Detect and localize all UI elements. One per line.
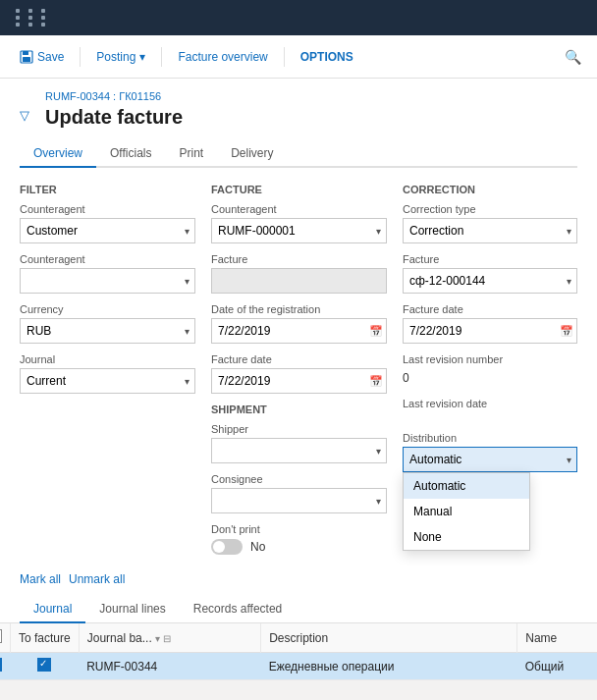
consignee-select[interactable]: [211, 488, 387, 513]
options-button[interactable]: OPTIONS: [293, 46, 361, 68]
filter-journal-label: Journal: [20, 353, 195, 365]
table-header-row: To facture Journal ba... ▾ ⊟ Description…: [0, 623, 597, 653]
facture-date-wrapper: [211, 368, 387, 394]
filter-counteragent2-select[interactable]: [20, 268, 195, 294]
tab-overview[interactable]: Overview: [20, 140, 96, 168]
unmark-all-link[interactable]: Unmark all: [69, 572, 125, 586]
correction-facture-select[interactable]: сф-12-000144: [403, 268, 577, 294]
facture-date-reg-field: Date of the registration: [211, 303, 387, 344]
select-all-checkbox[interactable]: [0, 629, 2, 643]
save-icon: [20, 50, 33, 64]
dont-print-toggle-row: No: [211, 539, 387, 555]
facture-date-input[interactable]: [211, 368, 387, 394]
correction-type-field: Correction type Correction Other: [403, 203, 577, 243]
dont-print-label: Don't print: [211, 523, 387, 535]
tab-print[interactable]: Print: [165, 140, 217, 168]
filter-counteragent-field: Counteragent Customer Supplier: [20, 203, 195, 243]
facture-label: Facture: [211, 253, 387, 265]
correction-facture-date-label: Facture date: [403, 303, 577, 315]
top-bar: [0, 0, 597, 35]
filter-counteragent2-label: Counteragent: [20, 253, 195, 265]
facture-date-field: Facture date: [211, 353, 387, 394]
correction-facture-select-wrapper[interactable]: сф-12-000144: [403, 268, 577, 294]
correction-type-label: Correction type: [403, 203, 577, 215]
distribution-dropdown[interactable]: Automatic Manual None: [403, 472, 530, 551]
distribution-option-none[interactable]: None: [404, 524, 529, 550]
last-rev-date-field: Last revision date: [403, 398, 577, 422]
correction-facture-field: Facture сф-12-000144: [403, 253, 577, 294]
search-button[interactable]: 🔍: [561, 45, 585, 69]
last-rev-num-value: 0: [403, 368, 577, 388]
facture-counteragent-select-wrapper[interactable]: RUMF-000001: [211, 218, 387, 243]
table-row[interactable]: RUMF-00344 Ежедневные операции Общий: [0, 653, 597, 680]
correction-facture-date-wrapper: [403, 318, 577, 344]
page-content: ▽ RUMF-00344 : ГК01156 Update facture Ov…: [0, 79, 597, 623]
distribution-label: Distribution: [403, 432, 577, 444]
correction-facture-date-input[interactable]: [403, 318, 577, 344]
consignee-label: Consignee: [211, 473, 387, 485]
consignee-field: Consignee: [211, 473, 387, 513]
filter-journal-select-wrapper[interactable]: Current Previous: [20, 368, 195, 394]
bottom-tab-journal-lines[interactable]: Journal lines: [85, 596, 179, 623]
correction-facture-date-field: Facture date: [403, 303, 577, 344]
filter-journal-select[interactable]: Current Previous: [20, 368, 195, 394]
facture-counteragent-select[interactable]: RUMF-000001: [211, 218, 387, 243]
correction-type-select[interactable]: Correction Other: [403, 218, 577, 243]
shipper-select[interactable]: [211, 438, 387, 463]
tab-officials[interactable]: Officials: [96, 140, 165, 168]
posting-button[interactable]: Posting ▾: [88, 46, 153, 68]
distribution-option-manual[interactable]: Manual: [404, 499, 529, 524]
filter-counteragent2-select-wrapper[interactable]: [20, 268, 195, 294]
mark-all-link[interactable]: Mark all: [20, 572, 61, 586]
shipper-select-wrapper[interactable]: [211, 438, 387, 463]
filter-currency-field: Currency RUB USD EUR: [20, 303, 195, 344]
filter-counteragent2-field: Counteragent: [20, 253, 195, 294]
hamburger-button[interactable]: [8, 5, 69, 30]
filter-journal-ba-icon[interactable]: ▾ ⊟: [155, 633, 171, 644]
table-cell-check1: [0, 653, 11, 680]
shipper-field: Shipper: [211, 423, 387, 463]
bottom-tabs: Journal Journal lines Records affected: [0, 596, 597, 623]
facture-input[interactable]: [211, 268, 387, 294]
correction-section-label: CORRECTION: [403, 184, 577, 195]
bottom-tab-records-affected[interactable]: Records affected: [180, 596, 297, 623]
dont-print-field: Don't print No: [211, 523, 387, 555]
dont-print-toggle[interactable]: [211, 539, 243, 555]
save-button[interactable]: Save: [12, 46, 72, 68]
table-header-to-facture: To facture: [11, 623, 80, 653]
dont-print-value: No: [250, 540, 265, 554]
facture-field: Facture: [211, 253, 387, 294]
facture-date-label: Facture date: [211, 353, 387, 365]
filter-journal-field: Journal Current Previous: [20, 353, 195, 394]
filter-counteragent-select[interactable]: Customer Supplier: [20, 218, 195, 243]
table-cell-description: Ежедневные операции: [261, 653, 517, 680]
shipper-label: Shipper: [211, 423, 387, 435]
table: To facture Journal ba... ▾ ⊟ Description…: [0, 623, 597, 680]
facture-overview-button[interactable]: Facture overview: [170, 46, 275, 68]
facture-date-reg-wrapper: [211, 318, 387, 344]
correction-type-select-wrapper[interactable]: Correction Other: [403, 218, 577, 243]
distribution-select[interactable]: Automatic Manual None: [403, 447, 577, 472]
journal-table: To facture Journal ba... ▾ ⊟ Description…: [0, 623, 597, 680]
breadcrumb: RUMF-00344 : ГК01156: [45, 90, 183, 102]
filter-currency-select[interactable]: RUB USD EUR: [20, 318, 195, 344]
row-checkbox-1[interactable]: [0, 658, 2, 672]
filter-counteragent-select-wrapper[interactable]: Customer Supplier: [20, 218, 195, 243]
filter-currency-select-wrapper[interactable]: RUB USD EUR: [20, 318, 195, 344]
last-rev-date-label: Last revision date: [403, 398, 577, 409]
form-area: FILTER Counteragent Customer Supplier Co…: [20, 182, 577, 565]
table-header-name: Name: [517, 623, 597, 653]
distribution-select-wrapper[interactable]: Automatic Manual None: [403, 447, 577, 472]
table-cell-check2: [11, 653, 80, 680]
filter-counteragent-label: Counteragent: [20, 203, 195, 215]
facture-counteragent-label: Counteragent: [211, 203, 387, 215]
distribution-option-automatic[interactable]: Automatic: [404, 473, 529, 499]
table-header-journal-ba: Journal ba... ▾ ⊟: [79, 623, 260, 653]
bottom-tab-journal[interactable]: Journal: [20, 596, 85, 623]
row-checkbox-2[interactable]: [37, 658, 51, 672]
consignee-select-wrapper[interactable]: [211, 488, 387, 513]
toolbar: Save Posting ▾ Facture overview OPTIONS …: [0, 35, 597, 79]
facture-date-reg-input[interactable]: [211, 318, 387, 344]
last-rev-num-label: Last revision number: [403, 353, 577, 365]
tab-delivery[interactable]: Delivery: [217, 140, 287, 168]
